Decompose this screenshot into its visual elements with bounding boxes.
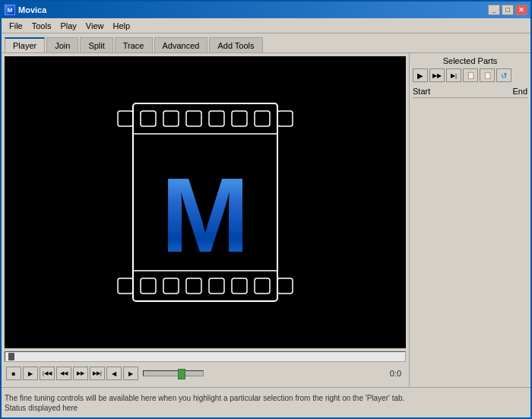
video-display: M (5, 56, 406, 348)
svg-rect-16 (277, 278, 293, 294)
title-bar-left: M Movica (5, 5, 46, 15)
menu-bar: File Tools Play View Help (2, 18, 530, 33)
svg-rect-4 (186, 111, 201, 126)
menu-help[interactable]: Help (108, 20, 135, 32)
stop-button[interactable]: ■ (6, 367, 21, 380)
seek-thumb[interactable] (8, 353, 14, 360)
volume-thumb[interactable] (178, 369, 185, 379)
tab-add-tools[interactable]: Add Tools (209, 37, 262, 52)
main-content: M ■ ▶ |◀◀ ◀◀ ▶▶ ▶▶| (2, 53, 530, 387)
svg-rect-7 (255, 111, 270, 126)
svg-rect-13 (209, 278, 224, 294)
tab-player[interactable]: Player (5, 37, 45, 52)
selected-parts-title: Selected Parts (413, 56, 527, 65)
menu-file[interactable]: File (5, 20, 27, 32)
play-button[interactable]: ▶ (23, 367, 38, 380)
tab-advanced[interactable]: Advanced (154, 37, 208, 52)
window-controls: _ □ ✕ (488, 5, 527, 15)
next-chapter-button[interactable]: ▶▶| (90, 367, 105, 380)
volume-down-button[interactable]: ◀ (106, 367, 122, 380)
tab-bar: Player Join Split Trace Advanced Add Too… (2, 33, 530, 53)
svg-rect-1 (118, 111, 133, 126)
refresh-button[interactable]: ↺ (496, 68, 511, 82)
maximize-button[interactable]: □ (502, 5, 514, 15)
status-bar: The fine tuning controls will be availab… (2, 387, 530, 417)
time-display: 0:0 (382, 369, 404, 378)
menu-view[interactable]: View (81, 20, 109, 32)
film-logo-svg: M (103, 88, 308, 316)
svg-text:M: M (161, 155, 250, 275)
tab-trace[interactable]: Trace (115, 37, 153, 52)
svg-rect-11 (163, 278, 179, 294)
rewind-button[interactable]: ◀◀ (56, 367, 71, 380)
svg-rect-15 (255, 278, 270, 294)
close-button[interactable]: ✕ (515, 5, 527, 15)
goto-end-button[interactable]: ▶| (446, 68, 461, 82)
svg-rect-9 (118, 278, 133, 294)
status-text: Status displayed here (5, 404, 527, 412)
player-panel: M ■ ▶ |◀◀ ◀◀ ▶▶ ▶▶| (2, 53, 409, 387)
svg-rect-10 (141, 278, 156, 294)
tab-split[interactable]: Split (80, 37, 112, 52)
start-column-header: Start (413, 87, 470, 96)
svg-rect-6 (232, 111, 247, 126)
minimize-button[interactable]: _ (488, 5, 500, 15)
transport-bar: ■ ▶ |◀◀ ◀◀ ▶▶ ▶▶| ◀ ▶ 0:0 (5, 364, 406, 382)
app-window: M Movica _ □ ✕ File Tools Play View Help… (0, 0, 532, 419)
title-bar: M Movica _ □ ✕ (2, 2, 530, 18)
paste-button[interactable]: 📋 (480, 68, 495, 82)
menu-tools[interactable]: Tools (27, 20, 56, 32)
menu-play[interactable]: Play (55, 20, 81, 32)
svg-rect-2 (141, 111, 156, 126)
volume-up-button[interactable]: ▶ (123, 367, 138, 380)
app-icon: M (5, 5, 15, 15)
svg-rect-3 (163, 111, 179, 126)
svg-rect-14 (232, 278, 247, 294)
play-to-end-button[interactable]: ▶▶ (429, 68, 445, 82)
copy-button[interactable]: 📋 (463, 68, 478, 82)
title-text: Movica (18, 5, 46, 14)
parts-list (413, 100, 527, 384)
svg-rect-8 (277, 111, 293, 126)
right-toolbar: ▶ ▶▶ ▶| 📋 📋 ↺ (413, 68, 527, 82)
volume-slider[interactable] (143, 370, 204, 376)
svg-rect-5 (209, 111, 224, 126)
fast-forward-button[interactable]: ▶▶ (73, 367, 88, 380)
right-panel: Selected Parts ▶ ▶▶ ▶| 📋 📋 ↺ Start End (409, 53, 530, 387)
tab-join[interactable]: Join (46, 37, 78, 52)
play-selection-button[interactable]: ▶ (413, 68, 428, 82)
prev-chapter-button[interactable]: |◀◀ (40, 367, 55, 380)
svg-rect-12 (186, 278, 201, 294)
seek-bar[interactable] (5, 351, 406, 362)
status-hint: The fine tuning controls will be availab… (5, 394, 527, 402)
end-column-header: End (470, 87, 528, 96)
parts-header: Start End (413, 85, 527, 98)
